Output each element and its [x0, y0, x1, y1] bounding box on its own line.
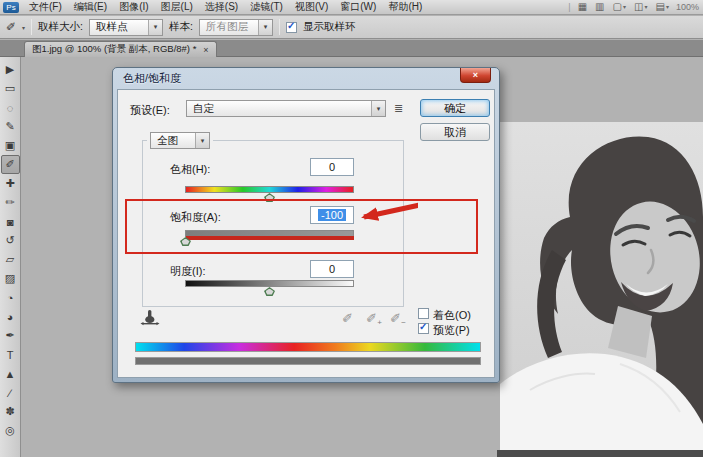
- menu-bar: Ps 文件(F)编辑(E)图像(I)图层(L)选择(S)滤镜(T)视图(V)窗口…: [0, 0, 703, 15]
- marquee-tool[interactable]: ▭: [1, 79, 20, 98]
- hue-slider[interactable]: [185, 186, 354, 193]
- preset-label: 预设(E):: [130, 103, 170, 118]
- eyedropper-add-icon[interactable]: ✐+: [366, 311, 377, 326]
- move-tool[interactable]: ▶: [1, 60, 20, 79]
- menu-window[interactable]: 窗口(W): [334, 0, 382, 14]
- dodge-tool[interactable]: ◕: [1, 307, 20, 326]
- chevron-down-icon: ▾: [644, 3, 647, 10]
- screen-mode-icon[interactable]: ◫▾: [634, 1, 647, 12]
- lightness-label: 明度(I):: [170, 264, 205, 279]
- quick-selection-tool[interactable]: ✎: [1, 117, 20, 136]
- arrange-documents-icon[interactable]: ▢▾: [613, 1, 626, 12]
- type-tool[interactable]: T: [1, 345, 20, 364]
- preview-checkbox[interactable]: ✓: [418, 323, 429, 334]
- tab-close-icon[interactable]: ×: [203, 45, 208, 55]
- lightness-input[interactable]: 0: [310, 260, 354, 278]
- tool-preset-arrow-icon[interactable]: ▾: [22, 24, 25, 31]
- document-edge: [497, 450, 703, 457]
- brush-tool[interactable]: ✏: [1, 193, 20, 212]
- blur-tool[interactable]: ◔: [1, 288, 20, 307]
- gradient-tool[interactable]: ▨: [1, 269, 20, 288]
- pen-tool[interactable]: ✒: [1, 326, 20, 345]
- eyedropper-sample-icon[interactable]: ✐: [342, 311, 353, 326]
- view-extras-icon[interactable]: ▥: [595, 1, 604, 12]
- crop-tool[interactable]: ▣: [1, 136, 20, 155]
- chevron-down-icon[interactable]: ▾: [148, 20, 162, 35]
- menu-select[interactable]: 选择(S): [199, 0, 244, 14]
- dialog-content: 预设(E): 自定 ▾ ≣ 确定 取消 全图 ▾ 色相(H): 0 饱和度(A)…: [117, 89, 495, 378]
- spectrum-after-bar: [135, 357, 481, 365]
- document-title: 图1.jpg @ 100% (背景 副本, RGB/8#) *: [32, 43, 196, 56]
- history-brush-tool[interactable]: ↺: [1, 231, 20, 250]
- options-separator: [279, 19, 280, 35]
- chevron-down-icon[interactable]: ▾: [258, 20, 272, 35]
- check-icon: ✓: [419, 321, 427, 332]
- chevron-down-icon: ▾: [623, 3, 626, 10]
- lightness-slider[interactable]: [185, 280, 354, 287]
- menu-image[interactable]: 图像(I): [113, 0, 154, 14]
- sample-value: 所有图层: [200, 20, 258, 34]
- app-bar: | ▦▥▢▾◫▾▤▾ 100%: [568, 1, 699, 12]
- canvas-photo: [500, 122, 703, 450]
- menu-view[interactable]: 视图(V): [289, 0, 334, 14]
- photoshop-window: Ps 文件(F)编辑(E)图像(I)图层(L)选择(S)滤镜(T)视图(V)窗口…: [0, 0, 703, 457]
- hue-input[interactable]: 0: [310, 158, 354, 176]
- tools-panel: ▶▭◌✎▣✐✚✏◙↺▱▨◔◕✒T▲∕✽◎: [0, 57, 21, 457]
- lightness-value: 0: [329, 263, 335, 275]
- ps-logo-icon: Ps: [3, 2, 19, 13]
- menu-help[interactable]: 帮助(H): [382, 0, 428, 14]
- clone-stamp-tool[interactable]: ◙: [1, 212, 20, 231]
- chevron-down-icon[interactable]: ▾: [371, 101, 385, 116]
- spectrum-before-bar: [135, 342, 481, 352]
- document-tab-bar: 图1.jpg @ 100% (背景 副本, RGB/8#) * ×: [0, 40, 703, 57]
- colorize-label: 着色(O): [433, 308, 471, 323]
- options-bar: ✐ ▾ 取样大小: 取样点 ▾ 样本: 所有图层 ▾ ✓ 显示取样环: [0, 16, 703, 39]
- sample-label: 样本:: [169, 20, 193, 34]
- channel-value: 全图: [151, 134, 195, 148]
- sample-dropdown[interactable]: 所有图层 ▾: [199, 19, 273, 36]
- preset-dropdown[interactable]: 自定 ▾: [186, 100, 386, 117]
- preset-value: 自定: [187, 102, 371, 116]
- hue-value: 0: [329, 161, 335, 173]
- eraser-tool[interactable]: ▱: [1, 250, 20, 269]
- cancel-button[interactable]: 取消: [420, 123, 490, 141]
- sample-size-label: 取样大小:: [38, 20, 83, 34]
- zoom-level[interactable]: 100%: [676, 2, 699, 12]
- menubar-separator: |: [568, 2, 570, 12]
- eyedropper-tool-icon[interactable]: ✐: [6, 20, 16, 34]
- targeted-adjustment-icon[interactable]: [140, 309, 160, 326]
- hue-label: 色相(H):: [170, 162, 210, 177]
- workspace-icon[interactable]: ▤▾: [656, 1, 669, 12]
- menu-file[interactable]: 文件(F): [23, 0, 68, 14]
- portrait-image: [500, 122, 703, 450]
- eyedropper-tool[interactable]: ✐: [1, 155, 20, 174]
- lasso-tool[interactable]: ◌: [1, 98, 20, 117]
- path-selection-tool[interactable]: ▲: [1, 364, 20, 383]
- bridge-icon[interactable]: ▦: [578, 1, 587, 12]
- menu-edit[interactable]: 编辑(E): [68, 0, 113, 14]
- menu-filter[interactable]: 滤镜(T): [244, 0, 289, 14]
- menu-layer[interactable]: 图层(L): [155, 0, 199, 14]
- document-tab[interactable]: 图1.jpg @ 100% (背景 副本, RGB/8#) * ×: [24, 41, 217, 57]
- ok-button[interactable]: 确定: [420, 99, 490, 117]
- preset-options-icon[interactable]: ≣: [394, 102, 403, 115]
- show-ring-label: 显示取样环: [303, 20, 356, 34]
- hand-tool[interactable]: ✽: [1, 402, 20, 421]
- hue-saturation-dialog: 色相/饱和度 × 预设(E): 自定 ▾ ≣ 确定 取消 全图 ▾ 色相(H):…: [112, 67, 500, 383]
- sample-size-value: 取样点: [90, 20, 148, 34]
- healing-brush-tool[interactable]: ✚: [1, 174, 20, 193]
- channel-dropdown[interactable]: 全图 ▾: [150, 132, 210, 149]
- eyedropper-subtract-icon[interactable]: ✐−: [390, 311, 401, 326]
- line-tool[interactable]: ∕: [1, 383, 20, 402]
- sample-size-dropdown[interactable]: 取样点 ▾: [89, 19, 163, 36]
- dialog-close-button[interactable]: ×: [460, 68, 491, 83]
- options-separator: [31, 19, 32, 35]
- annotation-rectangle: [125, 199, 478, 254]
- chevron-down-icon[interactable]: ▾: [195, 133, 209, 148]
- colorize-checkbox[interactable]: [418, 308, 429, 319]
- check-icon: ✓: [287, 20, 295, 31]
- preview-label: 预览(P): [433, 323, 470, 338]
- zoom-tool[interactable]: ◎: [1, 421, 20, 440]
- show-ring-checkbox[interactable]: ✓: [286, 22, 297, 33]
- dialog-title: 色相/饱和度: [123, 71, 181, 86]
